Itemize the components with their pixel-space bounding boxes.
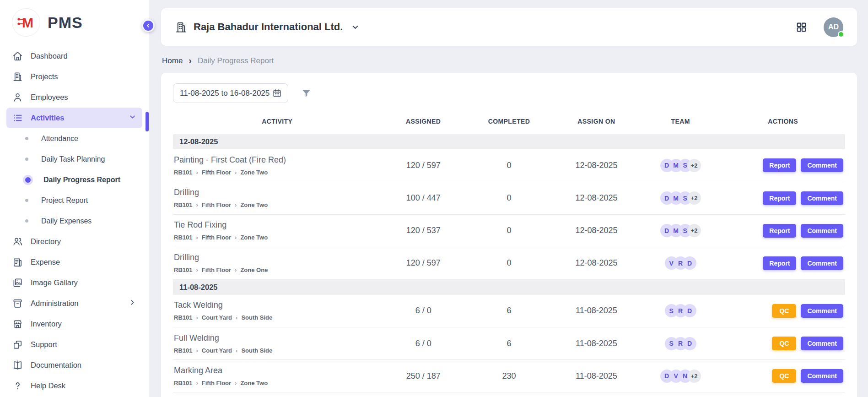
table-row: Painting - First Coat (Fire Red) RB101Fi… bbox=[173, 149, 845, 182]
sidebar-item-daily-task-planning[interactable]: Daily Task Planning bbox=[6, 149, 142, 169]
team-more-badge[interactable]: +2 bbox=[688, 159, 701, 172]
activity-name: Marking Area bbox=[173, 366, 381, 375]
column-header-completed: COMPLETED bbox=[465, 110, 553, 134]
report-button[interactable]: Report bbox=[763, 224, 796, 238]
qc-button[interactable]: QC bbox=[772, 369, 796, 383]
report-button[interactable]: Report bbox=[763, 191, 796, 205]
comment-button[interactable]: Comment bbox=[801, 191, 843, 205]
sidebar-item-label: Help Desk bbox=[31, 381, 65, 390]
sidebar-item-inventory[interactable]: Inventory bbox=[6, 314, 142, 334]
activity-name: Tie Rod Fixing bbox=[173, 220, 381, 230]
chevron-down-icon bbox=[129, 113, 136, 123]
sidebar-item-documentation[interactable]: Documentation bbox=[6, 355, 142, 375]
sidebar-item-project-report[interactable]: Project Report bbox=[6, 190, 142, 211]
filter-button[interactable] bbox=[301, 88, 312, 98]
path-project: RB101 bbox=[174, 234, 192, 241]
completed-value: 230 bbox=[465, 360, 553, 392]
team-avatar[interactable]: D bbox=[683, 337, 696, 350]
comment-button[interactable]: Comment bbox=[801, 158, 843, 172]
path-zone: Zone Two bbox=[240, 380, 268, 386]
sidebar-item-label: Daily Progress Report bbox=[43, 176, 120, 184]
team-more-badge[interactable]: +2 bbox=[688, 191, 701, 205]
report-button[interactable]: Report bbox=[763, 158, 796, 172]
building-icon bbox=[175, 21, 187, 33]
sidebar-item-image-gallery[interactable]: Image Gallary bbox=[6, 272, 142, 293]
bullet-dot-icon bbox=[25, 137, 28, 140]
activity-name: Tack Welding bbox=[173, 300, 381, 310]
chevron-right-icon bbox=[231, 234, 240, 241]
sidebar-item-daily-progress-report[interactable]: Daily Progress Report bbox=[6, 169, 142, 190]
copy-squares-icon bbox=[12, 339, 23, 350]
report-button[interactable]: Report bbox=[763, 256, 796, 270]
table-row: Drilling RB101Fifth FloorZone Two 120 / … bbox=[173, 392, 845, 397]
chevron-right-icon bbox=[192, 266, 201, 273]
building-icon bbox=[12, 71, 23, 82]
active-menu-indicator bbox=[146, 112, 149, 131]
sidebar-item-attendance[interactable]: Attendance bbox=[6, 128, 142, 149]
comment-button[interactable]: Comment bbox=[801, 304, 843, 318]
table-row: Tie Rod Fixing RB101Fifth FloorZone Two … bbox=[173, 214, 845, 247]
breadcrumb-home-link[interactable]: Home bbox=[162, 56, 183, 65]
funnel-icon bbox=[301, 88, 312, 98]
sidebar-item-support[interactable]: Support bbox=[6, 334, 142, 355]
team-more-badge[interactable]: +2 bbox=[688, 370, 701, 383]
qc-button[interactable]: QC bbox=[772, 304, 796, 318]
assign-on-date: 11-08-2025 bbox=[553, 327, 640, 360]
people-icon bbox=[12, 236, 23, 247]
team-more-badge[interactable]: +2 bbox=[688, 224, 701, 237]
team-avatar[interactable]: D bbox=[683, 304, 696, 317]
comment-button[interactable]: Comment bbox=[801, 224, 843, 238]
qc-button[interactable]: QC bbox=[772, 337, 796, 350]
sidebar-item-directory[interactable]: Directory bbox=[6, 231, 142, 252]
column-header-team: TEAM bbox=[640, 110, 721, 134]
table-header-row: ACTIVITY ASSIGNED COMPLETED ASSIGN ON TE… bbox=[173, 110, 845, 134]
path-project: RB101 bbox=[174, 380, 192, 386]
completed-value: 0 bbox=[465, 214, 553, 247]
activity-name: Full Welding bbox=[173, 333, 381, 343]
sidebar-item-label: Dashboard bbox=[31, 52, 68, 60]
sidebar-item-label: Support bbox=[31, 340, 57, 349]
path-floor: Court Yard bbox=[202, 347, 232, 354]
sidebar-item-label: Expense bbox=[31, 258, 60, 266]
sidebar-item-projects[interactable]: Projects bbox=[6, 66, 142, 87]
date-range-input[interactable]: 11-08-2025 to 16-08-2025 bbox=[173, 83, 288, 103]
path-zone: Zone One bbox=[240, 266, 268, 273]
sidebar-collapse-button[interactable] bbox=[142, 19, 155, 32]
home-icon bbox=[12, 51, 23, 61]
sidebar-item-label: Documentation bbox=[31, 361, 81, 370]
sidebar-item-dashboard[interactable]: Dashboard bbox=[6, 46, 142, 66]
path-zone: South Side bbox=[241, 347, 272, 354]
progress-report-table: ACTIVITY ASSIGNED COMPLETED ASSIGN ON TE… bbox=[173, 110, 845, 397]
assign-on-date: 12-08-2025 bbox=[553, 149, 640, 182]
header-actions: AD bbox=[796, 17, 843, 37]
person-icon bbox=[12, 92, 23, 103]
sidebar-item-administration[interactable]: Administration bbox=[6, 293, 142, 314]
sidebar-item-help-desk[interactable]: Help Desk bbox=[6, 375, 142, 396]
sidebar-item-employees[interactable]: Employees bbox=[6, 87, 142, 108]
sidebar-item-daily-expenses[interactable]: Daily Expenses bbox=[6, 211, 142, 231]
company-selector[interactable]: Raja Bahadur International Ltd. bbox=[175, 21, 360, 33]
apps-grid-button[interactable] bbox=[796, 22, 807, 33]
team-avatar[interactable]: D bbox=[683, 256, 696, 270]
comment-button[interactable]: Comment bbox=[801, 369, 843, 383]
comment-button[interactable]: Comment bbox=[801, 337, 843, 350]
comment-button[interactable]: Comment bbox=[801, 256, 843, 270]
chevron-right-icon bbox=[192, 201, 201, 208]
main-area: Raja Bahadur International Ltd. AD Home … bbox=[149, 0, 868, 397]
user-avatar[interactable]: AD bbox=[824, 17, 843, 37]
sidebar-item-label: Administration bbox=[31, 299, 79, 308]
completed-value: 0 bbox=[465, 247, 553, 279]
activity-path: RB101Fifth FloorZone One bbox=[173, 266, 381, 273]
sidebar-item-label: Employees bbox=[31, 93, 68, 102]
table-row: Drilling RB101Fifth FloorZone Two 100 / … bbox=[173, 182, 845, 214]
app-root: M PMS Dashboard Projects Employees Activ… bbox=[0, 0, 868, 397]
chevron-right-icon bbox=[192, 347, 201, 354]
date-range-value: 11-08-2025 to 16-08-2025 bbox=[180, 89, 270, 98]
sidebar-item-activities[interactable]: Activities bbox=[6, 108, 142, 128]
store-icon bbox=[12, 319, 23, 329]
sidebar-item-label: Projects bbox=[31, 72, 58, 81]
sidebar-item-expense[interactable]: Expense bbox=[6, 252, 142, 272]
logo-m-icon: M bbox=[16, 13, 36, 32]
app-name: PMS bbox=[48, 14, 83, 32]
date-group-header: 12-08-2025 bbox=[173, 134, 845, 149]
